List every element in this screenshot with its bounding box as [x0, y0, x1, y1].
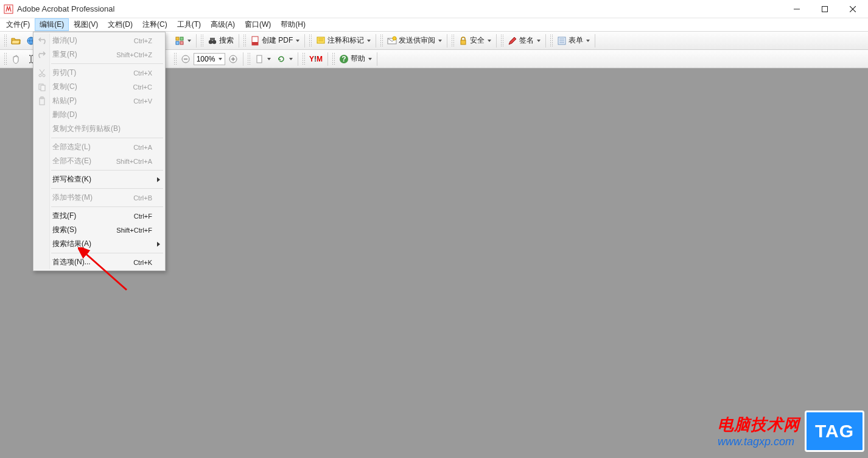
dropdown-arrow-icon — [296, 40, 299, 42]
menu-shortcut: Ctrl+Z — [134, 37, 152, 44]
menu-view[interactable]: 视图(V) — [69, 18, 103, 31]
toolbar-grip[interactable] — [302, 52, 305, 66]
menu-item-search[interactable]: 搜索(S) Shift+Ctrl+F — [34, 223, 164, 237]
toolbar-grip[interactable] — [173, 52, 177, 66]
menu-label: 添加书签(M) — [52, 192, 133, 203]
menu-shortcut: Shift+Ctrl+F — [116, 227, 152, 234]
close-button[interactable] — [839, 0, 867, 18]
mail-icon — [387, 36, 397, 46]
menu-label: 首选项(N)... — [52, 257, 133, 267]
zoom-level-input[interactable]: 100% — [194, 53, 225, 65]
toolbar-grip[interactable] — [4, 52, 7, 66]
toolbar-grip[interactable] — [380, 34, 383, 48]
yim-button[interactable]: Y!M — [307, 52, 325, 66]
security-label: 安全 — [470, 35, 485, 46]
menu-label: 删除(D) — [52, 110, 152, 120]
sign-button[interactable]: 签名 — [505, 33, 543, 48]
app-icon — [4, 4, 13, 14]
open-button[interactable] — [9, 33, 23, 48]
menu-window[interactable]: 窗口(W) — [240, 18, 276, 31]
help-button[interactable]: ?帮助 — [337, 52, 374, 66]
menu-shortcut: Shift+Ctrl+Z — [116, 51, 152, 58]
menu-item-preferences[interactable]: 首选项(N)... Ctrl+K — [34, 255, 164, 269]
forms-label: 表单 — [569, 35, 583, 46]
dropdown-arrow-icon — [267, 58, 271, 60]
menu-label: 搜索结果(A) — [52, 239, 152, 249]
security-button[interactable]: 安全 — [456, 33, 494, 48]
svg-rect-15 — [317, 37, 324, 43]
menu-label: 拼写检查(K) — [52, 174, 152, 185]
menu-item-find[interactable]: 查找(F) Ctrl+F — [34, 209, 164, 223]
menu-item-delete[interactable]: 删除(D) — [34, 108, 164, 122]
menu-item-copy-to-clipboard[interactable]: 复制文件到剪贴板(B) — [34, 122, 164, 136]
annotate-label: 注释和标记 — [327, 35, 364, 46]
watermark-line1: 电脑技术网 — [718, 414, 800, 435]
watermark-tag: TAG — [805, 410, 864, 452]
menu-item-paste[interactable]: 粘贴(P) Ctrl+V — [34, 94, 164, 108]
menu-label: 复制(C) — [52, 82, 133, 92]
svg-rect-8 — [176, 41, 179, 44]
toolbar-grip[interactable] — [247, 52, 250, 66]
dropdown-arrow-icon — [537, 40, 541, 42]
svg-rect-30 — [257, 55, 262, 63]
dropdown-arrow-icon — [219, 58, 222, 60]
menu-item-search-results[interactable]: 搜索结果(A) — [34, 237, 164, 251]
page-layout-button[interactable] — [252, 52, 273, 66]
menu-tools[interactable]: 工具(T) — [172, 18, 206, 31]
pdf-icon — [250, 36, 260, 46]
yim-icon: Y!M — [309, 55, 323, 63]
sign-label: 签名 — [519, 35, 534, 46]
create-pdf-button[interactable]: 创建 PDF — [248, 33, 302, 48]
svg-rect-39 — [40, 98, 44, 105]
svg-rect-38 — [41, 85, 45, 91]
minimize-button[interactable] — [783, 0, 811, 18]
menu-item-deselect-all[interactable]: 全部不选(E) Shift+Ctrl+A — [34, 154, 164, 168]
annotate-button[interactable]: 注释和标记 — [313, 33, 373, 48]
forms-button[interactable]: 表单 — [555, 33, 592, 48]
menu-shortcut: Ctrl+C — [133, 83, 152, 91]
menu-edit[interactable]: 编辑(E) — [35, 18, 69, 31]
menu-item-undo[interactable]: 撤消(U) Ctrl+Z — [34, 33, 164, 48]
toolbar-grip[interactable] — [550, 34, 553, 48]
minus-circle-icon — [181, 54, 191, 64]
menu-label: 重复(R) — [52, 49, 116, 60]
pen-icon — [508, 36, 517, 46]
menu-item-redo[interactable]: 重复(R) Shift+Ctrl+Z — [34, 48, 164, 62]
menu-document[interactable]: 文档(D) — [103, 18, 138, 31]
menu-file[interactable]: 文件(F) — [1, 18, 35, 31]
maximize-button[interactable] — [811, 0, 839, 18]
zoom-out-button[interactable] — [178, 52, 193, 66]
menu-label: 粘贴(P) — [52, 96, 133, 106]
menu-label: 复制文件到剪贴板(B) — [52, 124, 152, 134]
menu-bar: 文件(F) 编辑(E) 视图(V) 文档(D) 注释(C) 工具(T) 高级(A… — [0, 18, 868, 32]
cut-icon — [37, 68, 47, 78]
send-review-button[interactable]: 发送供审阅 — [385, 33, 444, 48]
page-icon — [254, 54, 264, 64]
hand-tool-button[interactable] — [9, 52, 23, 66]
menu-comments[interactable]: 注释(C) — [138, 18, 172, 31]
search-button[interactable]: 搜索 — [205, 33, 236, 48]
toolbar-grip[interactable] — [4, 34, 7, 48]
toolbar-grip[interactable] — [309, 34, 312, 48]
toolbar-grip[interactable] — [500, 34, 503, 48]
rotate-button[interactable] — [274, 52, 295, 66]
dropdown-arrow-icon — [367, 40, 371, 42]
toolbar-grip[interactable] — [451, 34, 454, 48]
toolbar-grip[interactable] — [332, 52, 335, 66]
send-review-label: 发送供审阅 — [399, 35, 435, 46]
menu-label: 全部选定(L) — [52, 142, 133, 152]
menu-label: 撤消(U) — [52, 35, 134, 46]
toolbar-grip[interactable] — [243, 34, 246, 48]
menu-item-select-all[interactable]: 全部选定(L) Ctrl+A — [34, 140, 164, 154]
menu-help[interactable]: 帮助(H) — [276, 18, 310, 31]
menu-item-bookmark[interactable]: 添加书签(M) Ctrl+B — [34, 191, 164, 205]
menu-item-spellcheck[interactable]: 拼写检查(K) — [34, 172, 164, 186]
dropdown-arrow-icon — [187, 40, 191, 42]
toolbar-grip[interactable] — [200, 34, 203, 48]
zoom-in-button[interactable] — [226, 52, 240, 66]
dropdown-arrow-icon — [289, 58, 293, 60]
menu-item-copy[interactable]: 复制(C) Ctrl+C — [34, 80, 164, 94]
menu-item-cut[interactable]: 剪切(T) Ctrl+X — [34, 66, 164, 80]
menu-advanced[interactable]: 高级(A) — [206, 18, 240, 31]
arrange-button[interactable] — [172, 33, 194, 48]
